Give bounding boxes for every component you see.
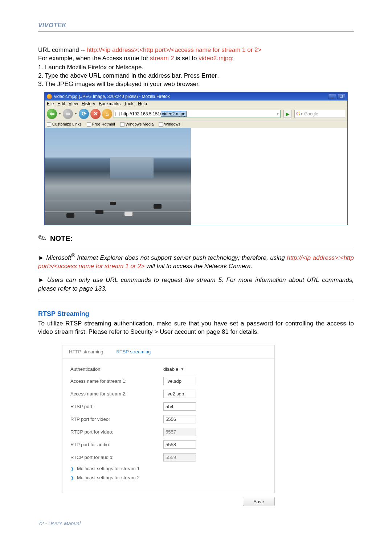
stop-button[interactable]: ✕ <box>90 109 101 119</box>
an1-label: Access name for stream 1: <box>70 378 163 384</box>
note-label: NOTE: <box>50 234 73 243</box>
note-p1: ► Microsoft® Internet Explorer does not … <box>38 252 354 271</box>
url-cmd-prefix: URL command -- <box>38 46 87 53</box>
tab-http-streaming[interactable]: HTTP streaming <box>62 345 110 358</box>
step-2: 2. Type the above URL command in the add… <box>38 72 354 80</box>
bookmark-label: Free Hotmail <box>92 122 115 126</box>
multicast-stream-2[interactable]: ❯ Multicast settings for stream 2 <box>70 475 266 480</box>
note-p1-post: will fail to access the Network Camera. <box>144 263 252 270</box>
minimize-button[interactable]: _ <box>328 94 336 99</box>
save-button[interactable]: Save <box>243 497 275 506</box>
firefox-title: video2.mjpg (JPEG Image, 320x240 pixels)… <box>54 94 170 99</box>
menu-help[interactable]: Help <box>138 101 147 106</box>
bookmark-customize-links[interactable]: Customize Links <box>47 122 82 127</box>
note-callout: ✎ NOTE: ► Microsoft® Internet Explorer d… <box>38 233 354 300</box>
menu-edit[interactable]: Edit <box>57 101 65 106</box>
mcast1-label: Multicast settings for stream 1 <box>77 466 140 471</box>
reload-button[interactable]: ⟳ <box>79 109 89 119</box>
menu-view[interactable]: View <box>69 101 78 106</box>
url-selected: video2.mjpg <box>161 111 187 117</box>
firefox-toolbar: ⇦ ▾ ⇨ ▾ ⟳ ✕ ⌂ http://192.168.5.151/video… <box>45 107 347 120</box>
restore-button[interactable]: ❐ <box>337 94 345 99</box>
header-rule <box>38 31 354 32</box>
mcast2-label: Multicast settings for stream 2 <box>77 475 140 480</box>
bookmark-free-hotmail[interactable]: Free Hotmail <box>87 122 115 127</box>
note-rule-top <box>38 247 354 247</box>
row-rtp-video: RTP port for video: <box>70 415 266 423</box>
bookmark-windows[interactable]: Windows <box>159 122 180 127</box>
auth-value: disable <box>163 366 178 372</box>
rtp-aud-input[interactable] <box>163 440 196 449</box>
menu-file[interactable]: File <box>47 101 54 106</box>
tab-rtsp-streaming[interactable]: RTSP streaming <box>110 345 157 358</box>
chevron-right-icon: ❯ <box>70 466 74 471</box>
auth-label: Authentication: <box>70 366 163 372</box>
bookmark-icon <box>47 122 51 127</box>
url-dropdown-icon[interactable]: ▾ <box>275 112 279 116</box>
auth-select[interactable]: disable ▼ <box>163 366 184 373</box>
bookmark-label: Windows <box>164 122 180 126</box>
rtcp-aud-input <box>163 453 196 461</box>
row-rtsp-port: RTSP port: <box>70 402 266 411</box>
url-base: http://192.168.5.151/ <box>121 111 161 116</box>
firefox-menubar: File Edit View History Bookmarks Tools H… <box>45 100 347 107</box>
search-box[interactable]: G▾ Google <box>294 110 345 118</box>
menu-tools[interactable]: Tools <box>124 101 134 106</box>
rtsp-section-title: RTSP Streaming <box>38 310 354 318</box>
step2-bold: Enter <box>201 72 217 79</box>
menu-history[interactable]: History <box>82 101 95 106</box>
go-button[interactable]: ▶ <box>283 110 291 118</box>
row-rtp-audio: RTP port for audio: <box>70 440 266 449</box>
brand-header: VIVOTEK <box>38 22 354 29</box>
rtsp-port-input[interactable] <box>163 402 196 411</box>
note-p1-sup: ® <box>71 253 75 258</box>
an2-label: Access name for stream 2: <box>70 391 163 397</box>
step-1: 1. Launch Mozilla Firefox or Netscape. <box>38 63 354 72</box>
rtcp-vid-label: RTCP port for video: <box>70 429 163 435</box>
pencil-icon: ✎ <box>36 231 48 246</box>
rtcp-vid-input <box>163 428 196 436</box>
firefox-window: video2.mjpg (JPEG Image, 320x240 pixels)… <box>44 92 348 225</box>
an1-input[interactable] <box>163 377 196 385</box>
note-p1-mid: Internet Explorer does not support serve… <box>75 254 287 261</box>
note-p2: ► Users can only use URL commands to req… <box>38 276 354 293</box>
stream-image <box>45 128 191 225</box>
for-example-line: For example, when the Access name for st… <box>38 54 354 63</box>
rtsp-port-label: RTSP port: <box>70 404 163 409</box>
row-rtcp-video: RTCP port for video: <box>70 428 266 436</box>
forward-dropdown[interactable]: ▾ <box>74 112 77 115</box>
row-access-name-1: Access name for stream 1: <box>70 377 266 385</box>
bookmark-label: Customize Links <box>52 122 82 126</box>
for-example-stream: stream 2 <box>150 55 174 62</box>
for-example-val: video2.mjpg <box>199 55 232 62</box>
bookmark-icon <box>87 122 91 127</box>
forward-button[interactable]: ⇨ <box>63 109 73 119</box>
note-rule-bottom <box>38 300 354 300</box>
address-bar[interactable]: http://192.168.5.151/video2.mjpg ▾ <box>114 110 281 118</box>
search-placeholder: Google <box>304 111 318 116</box>
bookmark-windows-media[interactable]: Windows Media <box>120 122 154 127</box>
rtsp-intro: To utilize RTSP streaming authentication… <box>38 319 354 337</box>
for-example-post: : <box>232 55 234 62</box>
back-dropdown[interactable]: ▾ <box>58 112 61 115</box>
step-3: 3. The JPEG images will be displayed in … <box>38 80 354 89</box>
bookmark-icon <box>120 122 124 127</box>
menu-bookmarks[interactable]: Bookmarks <box>99 101 121 106</box>
chevron-right-icon: ❯ <box>70 475 74 480</box>
step2-post: . <box>217 72 219 79</box>
firefox-titlebar: video2.mjpg (JPEG Image, 320x240 pixels)… <box>45 93 347 100</box>
row-authentication: Authentication: disable ▼ <box>70 366 266 373</box>
home-button[interactable]: ⌂ <box>102 109 112 119</box>
an2-input[interactable] <box>163 390 196 398</box>
page-footer: 72 - User's Manual <box>38 521 354 526</box>
steps-list: 1. Launch Mozilla Firefox or Netscape. 2… <box>38 63 354 89</box>
firefox-content <box>45 128 347 225</box>
note-p1-pre: ► Microsoft <box>38 254 71 261</box>
for-example-mid: is set to <box>174 55 199 62</box>
bookmark-icon <box>159 122 163 127</box>
multicast-stream-1[interactable]: ❯ Multicast settings for stream 1 <box>70 466 266 471</box>
back-button[interactable]: ⇦ <box>47 109 57 119</box>
rtp-vid-input[interactable] <box>163 415 196 423</box>
google-icon: G <box>296 111 300 117</box>
firefox-icon <box>47 94 52 99</box>
